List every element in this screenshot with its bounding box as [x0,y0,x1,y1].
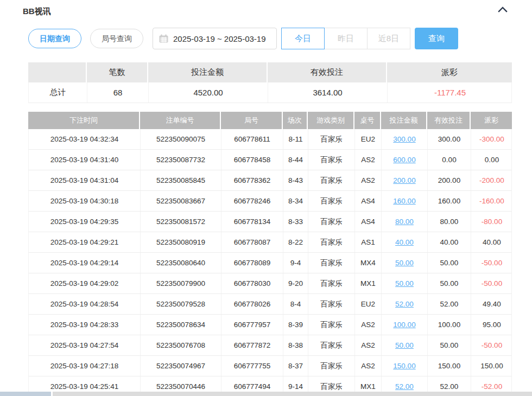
cell-bet-amount: 50.00 [382,253,428,273]
bet-amount-link[interactable]: 50.00 [395,341,414,349]
table-row: 2025-03-19 04:27:54522350076708606777872… [28,335,512,356]
cell-table-no: AS4 [355,212,382,232]
cell-game-type: 百家乐 [308,335,355,355]
cell-bet-amount: 50.00 [382,273,428,293]
cell-payout: 0.00 [471,150,512,170]
cell-payout: -50.00 [471,335,512,355]
horizontal-scrollbar[interactable] [0,392,532,396]
cell-table-no: MX1 [355,273,382,293]
cell-round-id: 606777957 [221,315,283,335]
cell-bet-amount: 160.00 [382,191,428,211]
cell-session: 8-11 [283,129,308,149]
table-row: 2025-03-19 04:28:54522350079528606778026… [28,294,512,315]
summary-total-label: 总计 [29,82,87,103]
cell-order-id: 522350085845 [141,170,221,190]
cell-payout: 95.00 [471,315,512,335]
cell-game-type: 百家乐 [308,232,355,252]
calendar-icon [159,34,168,43]
cell-payout: 150.00 [471,356,512,376]
bet-amount-link[interactable]: 50.00 [395,259,414,267]
cell-payout: -50.00 [471,273,512,293]
cell-bet-amount: 200.00 [382,170,428,190]
round-query-tab[interactable]: 局号查询 [90,29,143,48]
column-header-bet-time: 下注时间 [28,112,140,129]
bet-amount-link[interactable]: 300.00 [393,135,415,143]
cell-session: 8-4 [283,294,308,314]
cell-round-id: 606778362 [221,170,283,190]
cell-order-id: 522350074967 [141,356,221,376]
horizontal-scrollbar-thumb[interactable] [0,392,53,396]
cell-round-id: 606777755 [221,356,283,376]
summary-total-row: 总计 68 4520.00 3614.00 -1177.45 [28,82,512,103]
cell-payout: -50.00 [471,253,512,273]
bet-amount-link[interactable]: 80.00 [395,218,414,226]
table-row: 2025-03-19 04:29:35522350081572606778134… [28,212,512,232]
cell-bet-amount: 600.00 [382,150,428,170]
summary-payout-value: -1177.45 [388,82,512,103]
table-row: 2025-03-19 04:29:21522350080919606778087… [28,232,512,253]
cell-game-type: 百家乐 [308,150,355,170]
table-row: 2025-03-19 04:28:33522350078634606777957… [28,315,512,335]
cell-bet-time: 2025-03-19 04:28:33 [29,315,141,335]
bet-amount-link[interactable]: 40.00 [395,238,414,246]
quick-range-last8days[interactable]: 近8日 [367,28,410,49]
cell-round-id: 606778030 [221,273,283,293]
bet-amount-link[interactable]: 160.00 [393,197,415,205]
table-row: 2025-03-19 04:27:18522350074967606777755… [28,356,512,376]
bet-amount-link[interactable]: 200.00 [393,176,415,184]
cell-valid-bet: 40.00 [428,232,471,252]
bet-amount-link[interactable]: 100.00 [393,321,415,329]
cell-valid-bet: 300.00 [428,129,471,149]
cell-game-type: 百家乐 [308,170,355,190]
cell-payout: 49.40 [471,294,512,314]
bet-amount-link[interactable]: 50.00 [395,279,414,288]
cell-valid-bet: 50.00 [428,253,471,273]
cell-valid-bet: 0.00 [428,150,471,170]
column-header-table-no: 桌号 [354,112,381,129]
cell-order-id: 522350079528 [141,294,221,314]
bet-amount-link[interactable]: 52.00 [395,382,414,391]
cell-bet-time: 2025-03-19 04:32:34 [29,129,141,149]
cell-valid-bet: 100.00 [428,315,471,335]
cell-bet-amount: 40.00 [382,232,428,252]
bet-amount-link[interactable]: 150.00 [393,362,415,370]
cell-bet-time: 2025-03-19 04:29:14 [29,253,141,273]
cell-table-no: AS2 [355,170,382,190]
date-query-tab[interactable]: 日期查询 [28,29,81,48]
summary-header-empty [28,62,87,82]
collapse-panel-button[interactable] [497,4,508,14]
cell-bet-time: 2025-03-19 04:27:18 [29,356,141,376]
cell-session: 8-34 [283,191,308,211]
cell-valid-bet: 200.00 [428,170,471,190]
bet-amount-link[interactable]: 600.00 [393,156,415,164]
column-header-order-id: 注单编号 [140,112,221,129]
summary-bet-amount-value: 4520.00 [149,82,268,103]
cell-table-no: MX4 [355,253,382,273]
date-range-input[interactable]: 2025-03-19 ~ 2025-03-19 [153,28,277,49]
cell-valid-bet: 150.00 [428,356,471,376]
cell-order-id: 522350080640 [141,253,221,273]
cell-table-no: AS2 [355,335,382,355]
quick-range-today[interactable]: 今日 [281,28,325,49]
cell-bet-amount: 150.00 [382,356,428,376]
quick-range-yesterday[interactable]: 昨日 [324,28,368,49]
bet-table-body: 2025-03-19 04:32:34522350090075606778611… [28,129,512,396]
cell-bet-time: 2025-03-19 04:28:54 [29,294,141,314]
summary-header-bet-amount: 投注金额 [148,62,268,82]
cell-order-id: 522350083667 [141,191,221,211]
summary-header-valid-bet: 有效投注 [268,62,387,82]
page-title: BB视讯 [23,7,51,17]
cell-round-id: 606778611 [221,129,283,149]
cell-payout: -200.00 [471,170,512,190]
cell-game-type: 百家乐 [308,294,355,314]
cell-order-id: 522350076708 [141,335,221,355]
table-header-row: 下注时间 注单编号 局号 场次 游戏类别 桌号 投注金额 有效投注 派彩 [28,112,512,129]
cell-bet-amount: 52.00 [382,294,428,314]
cell-bet-amount: 300.00 [382,129,428,149]
search-button[interactable]: 查询 [415,28,458,49]
bet-amount-link[interactable]: 52.00 [395,300,414,308]
cell-bet-amount: 50.00 [382,335,428,355]
column-header-valid-bet: 有效投注 [427,112,471,129]
table-row: 2025-03-19 04:29:02522350079900606778030… [28,273,512,294]
cell-payout: -160.00 [471,191,512,211]
